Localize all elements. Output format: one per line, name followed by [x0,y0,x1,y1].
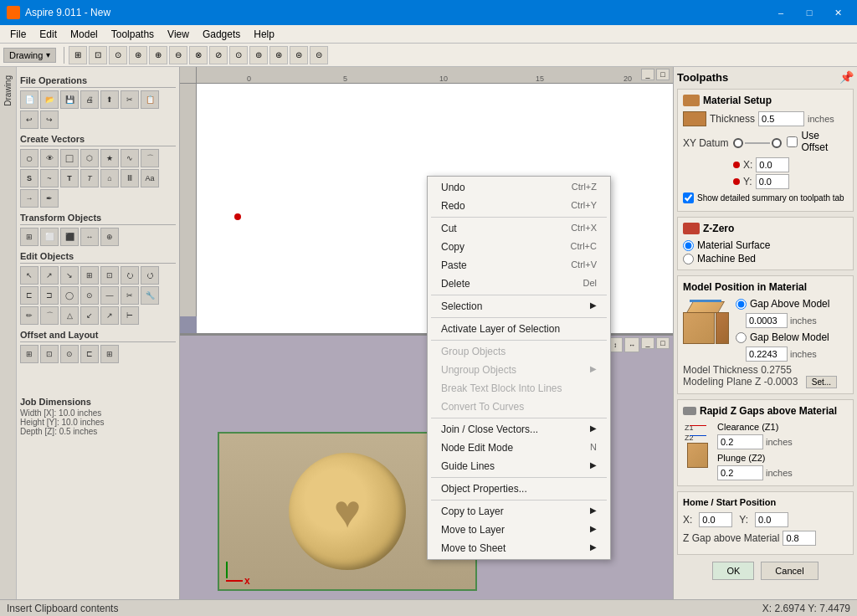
tool-e14[interactable]: 🔧 [141,286,159,305]
tool-redo[interactable]: ↪ [40,110,59,129]
use-offset-checkbox[interactable] [787,136,798,147]
drawing-tab-arrow[interactable]: ▾ [46,50,50,59]
cm-convert-curves[interactable]: Convert To Curves [428,398,610,416]
gap-below-radio[interactable]: Gap Below Model [736,331,848,343]
tool-e16[interactable]: ⌒ [40,306,59,325]
canvas-area[interactable]: _ □ 0 5 10 15 20 [180,67,673,599]
drawing-tab-label[interactable]: Drawing [9,50,43,60]
tool-paste[interactable]: 📋 [141,90,159,109]
tool-o2[interactable]: ⊡ [40,345,59,363]
tool-e12[interactable]: — [100,286,119,305]
toolbar-btn-6[interactable]: ⊖ [169,46,187,64]
tool-dim[interactable]: Ⅲ [121,169,139,187]
toolbar-btn-11[interactable]: ⊛ [269,46,288,64]
tool-star[interactable]: ★ [100,149,119,167]
menu-edit[interactable]: Edit [33,25,64,43]
close-button[interactable]: ✕ [825,4,850,21]
tool-e17[interactable]: △ [60,306,79,325]
cm-move-to-sheet[interactable]: Move to Sheet ▶ [428,539,610,557]
show-summary-check[interactable]: Show detailed summary on toolpath tab [683,192,848,203]
menu-view[interactable]: View [161,25,196,43]
menu-help[interactable]: Help [247,25,281,43]
tool-new[interactable]: 📄 [20,90,38,109]
tool-aa[interactable]: Aa [141,169,159,187]
x-input[interactable] [756,157,789,172]
3d-minimize-btn[interactable]: _ [641,337,654,349]
set-button[interactable]: Set... [806,376,837,388]
cm-object-properties[interactable]: Object Properties... [428,480,610,498]
tool-arc[interactable]: ⌒ [141,149,159,167]
z-gap-input[interactable] [783,531,816,546]
cm-guide-lines[interactable]: Guide Lines ▶ [428,457,610,475]
tool-e19[interactable]: ↗ [100,306,119,325]
tool-t3[interactable]: ⬛ [60,228,79,246]
tool-e18[interactable]: ↙ [80,306,99,325]
ok-button[interactable]: OK [712,562,754,580]
sidebar-tab-drawing[interactable]: Drawing [2,70,14,111]
tool-e15[interactable]: ✏ [20,306,38,325]
tool-e6[interactable]: ⭮ [121,266,139,285]
gap-above-radio-input[interactable] [736,299,747,310]
tool-circle[interactable]: ○ [20,149,38,167]
2d-minimize-btn[interactable]: _ [641,69,654,80]
toolbar-btn-3[interactable]: ⊙ [109,46,127,64]
gap-below-radio-input[interactable] [736,332,747,343]
tool-undo[interactable]: ↩ [20,110,38,129]
gap-above-radio[interactable]: Gap Above Model [736,298,848,310]
tool-arrow[interactable]: → [20,189,38,208]
cm-move-to-layer[interactable]: Move to Layer ▶ [428,521,610,539]
cancel-button[interactable]: Cancel [761,562,818,580]
tool-export[interactable]: ⬆ [100,90,119,109]
tool-e9[interactable]: ⊐ [40,286,59,305]
cm-break-text[interactable]: Break Text Block Into Lines [428,379,610,398]
cm-cut[interactable]: Cut Ctrl+X [428,219,610,238]
cm-copy[interactable]: Copy Ctrl+C [428,238,610,256]
tool-t5[interactable]: ⊕ [100,228,119,246]
cm-node-edit[interactable]: Node Edit Mode N [428,439,610,457]
cm-group[interactable]: Group Objects [428,342,610,361]
toolbar-btn-12[interactable]: ⊜ [290,46,308,64]
toolbar-btn-4[interactable]: ⊛ [129,46,147,64]
tool-cut[interactable]: ✂ [121,90,139,109]
toolbar-btn-2[interactable]: ⊡ [89,46,107,64]
maximize-button[interactable]: □ [797,4,822,21]
home-x-input[interactable] [699,512,732,527]
z-zero-material-radio[interactable] [683,240,694,251]
y-input[interactable] [756,174,789,189]
menu-toolpaths[interactable]: Toolpaths [105,25,161,43]
clearance-input[interactable] [717,434,763,449]
tool-freehand[interactable]: ∿ [121,149,139,167]
tool-select[interactable]: ↖ [20,266,38,285]
tool-text2[interactable]: T [80,169,99,187]
tool-eye[interactable]: 👁 [40,149,59,167]
cm-redo[interactable]: Redo Ctrl+Y [428,197,610,215]
z-zero-machine-radio[interactable] [683,254,694,264]
tool-e20[interactable]: ⊢ [121,306,139,325]
tool-e10[interactable]: ◯ [60,286,79,305]
tool-e5[interactable]: ⊡ [100,266,119,285]
tool-o3[interactable]: ⊙ [60,345,79,363]
menu-file[interactable]: File [3,25,33,43]
tool-o4[interactable]: ⊏ [80,345,99,363]
toolbar-btn-13[interactable]: ⊝ [310,46,328,64]
3d-view-btn-rot4[interactable]: ↔ [624,337,639,352]
use-offset-check[interactable]: Use Offset [787,130,848,153]
2d-maximize-btn[interactable]: □ [656,69,670,80]
cm-copy-to-layer[interactable]: Copy to Layer ▶ [428,502,610,521]
tool-e13[interactable]: ✂ [121,286,139,305]
cm-ungroup[interactable]: Ungroup Objects ▶ [428,361,610,379]
toolbar-btn-8[interactable]: ⊘ [209,46,228,64]
tool-text[interactable]: T [60,169,79,187]
tool-print[interactable]: 🖨 [80,90,99,109]
tool-e8[interactable]: ⊏ [20,286,38,305]
menu-model[interactable]: Model [64,25,105,43]
cm-join-close[interactable]: Join / Close Vectors... ▶ [428,420,610,439]
z-zero-machine-bed[interactable]: Machine Bed [683,253,848,264]
toolbar-btn-10[interactable]: ⊚ [249,46,268,64]
tool-open[interactable]: 📂 [40,90,59,109]
tool-polygon[interactable]: ⬡ [80,149,99,167]
cm-undo[interactable]: Undo Ctrl+Z [428,178,610,197]
tool-t2[interactable]: ⬜ [40,228,59,246]
tool-e11[interactable]: ⊙ [80,286,99,305]
cm-delete[interactable]: Delete Del [428,275,610,293]
